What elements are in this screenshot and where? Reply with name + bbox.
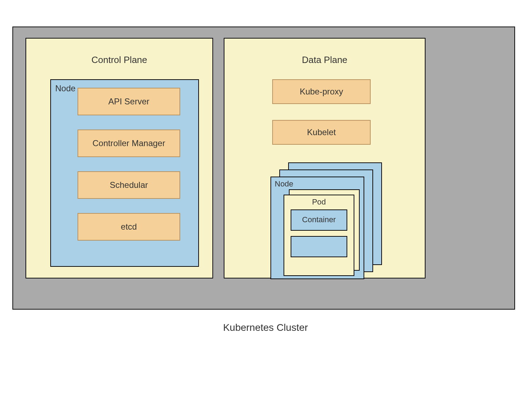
control-plane-box: Control Plane Node API Server Controller… [25, 38, 213, 278]
component-etcd: etcd [78, 213, 180, 241]
pod-label: Pod [284, 195, 354, 208]
component-kube-proxy: Kube-proxy [272, 79, 371, 104]
component-controller-manager: Controller Manager [78, 130, 180, 157]
data-plane-title: Data Plane [224, 54, 425, 65]
pod-card-front: Pod Container [284, 195, 354, 276]
component-api-server: API Server [78, 88, 180, 115]
control-plane-title: Control Plane [26, 54, 212, 65]
cluster-frame: Control Plane Node API Server Controller… [12, 27, 515, 310]
node-stack: Node Pod Container [263, 162, 380, 272]
container-box-2 [291, 236, 347, 257]
component-kubelet: Kubelet [272, 120, 371, 145]
component-scheduler: Schedular [78, 171, 180, 199]
container-box-1: Container [291, 209, 347, 231]
control-plane-node-box: Node API Server Controller Manager Sched… [50, 79, 199, 267]
diagram-caption: Kubernetes Cluster [0, 322, 531, 333]
container-label: Container [291, 210, 347, 226]
node-card-front: Node Pod Container [270, 177, 364, 279]
data-node-label: Node [271, 177, 364, 189]
data-plane-box: Data Plane Kube-proxy Kubelet Node Pod C… [224, 38, 426, 278]
